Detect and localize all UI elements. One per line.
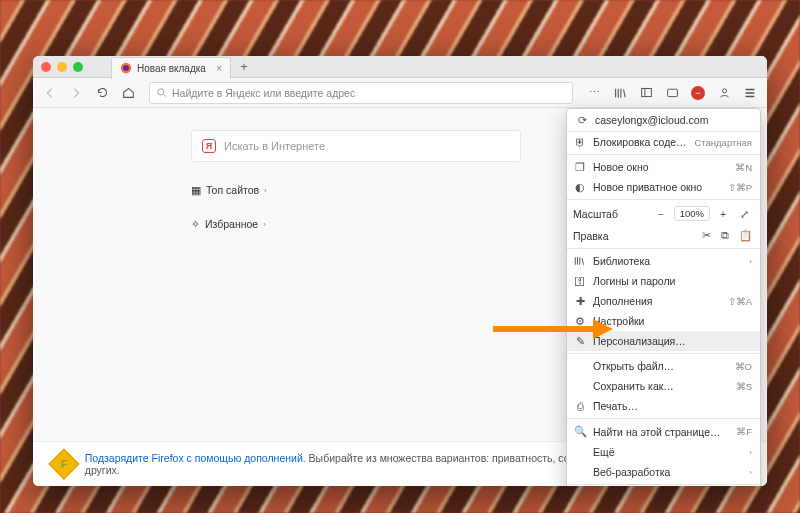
star-icon: ✧	[191, 218, 200, 230]
tab-title: Новая вкладка	[137, 63, 206, 74]
hamburger-menu-button[interactable]	[739, 82, 761, 104]
shield-icon: ⛨	[573, 136, 587, 148]
zoom-value[interactable]: 100%	[674, 206, 710, 221]
new-tab-button[interactable]: +	[234, 59, 254, 74]
menu-content-blocking-label: Блокировка содержимого	[593, 136, 688, 148]
sidebar-toolbar-icon[interactable]	[635, 82, 657, 104]
tab-close-icon[interactable]: ×	[216, 63, 222, 74]
menu-shortcut: ⇧⌘A	[728, 296, 752, 307]
paste-icon[interactable]: 📋	[739, 229, 752, 242]
menu-separator	[567, 353, 760, 354]
back-button[interactable]	[39, 82, 61, 104]
menu-new-private-window[interactable]: ◐ Новое приватное окно ⇧⌘P	[567, 177, 760, 197]
key-icon: ⚿	[573, 275, 587, 287]
menu-content-blocking-level: Стандартная	[694, 137, 752, 148]
newtab-search-box[interactable]: Я Искать в Интернете	[191, 130, 521, 162]
menu-shortcut: ⌘F	[736, 426, 752, 437]
chevron-right-icon: ›	[749, 468, 752, 477]
addons-promo-link[interactable]: Подзарядите Firefox с помощью дополнений…	[85, 452, 306, 464]
menu-webdev-label: Веб-разработка	[593, 466, 741, 478]
zoom-out-button[interactable]: −	[653, 208, 669, 220]
library-icon	[573, 255, 587, 267]
menu-separator	[567, 418, 760, 419]
menu-edit-row: Правка ✂ ⧉ 📋	[567, 225, 760, 246]
menu-more[interactable]: Ещё ›	[567, 442, 760, 462]
menu-prefs-label: Настройки	[593, 315, 752, 327]
window-maximize-button[interactable]	[73, 62, 83, 72]
menu-library-label: Библиотека	[593, 255, 741, 267]
app-menu-panel: ⟳ caseylongx@icloud.com ⛨ Блокировка сод…	[566, 108, 761, 486]
search-icon	[156, 87, 167, 98]
svg-point-5	[722, 89, 726, 93]
svg-rect-3	[641, 88, 651, 96]
zoom-in-button[interactable]: +	[715, 208, 731, 220]
menu-webdev[interactable]: Веб-разработка ›	[567, 462, 760, 482]
home-button[interactable]	[117, 82, 139, 104]
menu-save-as-label: Сохранить как…	[593, 380, 730, 392]
toolbar-actions: ⋯ −	[583, 82, 761, 104]
menu-find[interactable]: 🔍 Найти на этой странице… ⌘F	[567, 421, 760, 442]
topsites-label: Топ сайтов	[206, 184, 259, 196]
window-close-button[interactable]	[41, 62, 51, 72]
chevron-right-icon: ›	[749, 257, 752, 266]
menu-shortcut: ⌘O	[735, 361, 752, 372]
browser-window: Новая вкладка × + Найдите в Яндекс или в…	[33, 56, 767, 486]
yandex-icon: Я	[202, 139, 216, 153]
menu-new-window[interactable]: ❐ Новое окно ⌘N	[567, 157, 760, 177]
menu-addons-label: Дополнения	[593, 295, 722, 307]
titlebar: Новая вкладка × +	[33, 56, 767, 78]
forward-button[interactable]	[65, 82, 87, 104]
window-minimize-button[interactable]	[57, 62, 67, 72]
menu-account-email: caseylongx@icloud.com	[595, 114, 752, 126]
favorites-section-header[interactable]: ✧ Избранное ›	[191, 218, 266, 230]
menu-customize-label: Персонализация…	[593, 335, 752, 347]
menu-separator	[567, 199, 760, 200]
menu-account-row[interactable]: ⟳ caseylongx@icloud.com	[567, 109, 760, 132]
menu-content-blocking[interactable]: ⛨ Блокировка содержимого Стандартная	[567, 132, 760, 152]
addons-badge-icon: F	[48, 449, 79, 480]
menu-open-file-label: Открыть файл…	[593, 360, 729, 372]
menu-new-private-label: Новое приватное окно	[593, 181, 722, 193]
chevron-right-icon: ›	[749, 448, 752, 457]
mask-icon: ◐	[573, 181, 587, 193]
adblock-toolbar-icon[interactable]: −	[687, 82, 709, 104]
menu-zoom-label: Масштаб	[573, 208, 618, 220]
search-icon: 🔍	[573, 425, 587, 438]
account-toolbar-icon[interactable]	[713, 82, 735, 104]
chevron-right-icon: ›	[264, 186, 267, 195]
menu-logins[interactable]: ⚿ Логины и пароли	[567, 271, 760, 291]
newtab-search-placeholder: Искать в Интернете	[224, 140, 325, 152]
menu-zoom-row: Масштаб − 100% + ⤢	[567, 202, 760, 225]
reader-view-icon[interactable]: ⋯	[583, 82, 605, 104]
annotation-arrow	[493, 319, 613, 339]
menu-shortcut: ⌘N	[735, 162, 752, 173]
menu-library[interactable]: Библиотека ›	[567, 251, 760, 271]
copy-icon[interactable]: ⧉	[721, 229, 729, 242]
menu-shortcut: ⇧⌘P	[728, 182, 752, 193]
window-icon: ❐	[573, 161, 587, 173]
topsites-section-header[interactable]: ▦ Топ сайтов ›	[191, 184, 267, 196]
printer-icon: ⎙	[573, 400, 587, 412]
svg-rect-4	[667, 89, 677, 96]
grid-icon: ▦	[191, 184, 201, 196]
menu-more-label: Ещё	[593, 446, 741, 458]
menu-addons[interactable]: ✚ Дополнения ⇧⌘A	[567, 291, 760, 311]
nav-toolbar: Найдите в Яндекс или введите адрес ⋯ −	[33, 78, 767, 108]
reload-button[interactable]	[91, 82, 113, 104]
screenshot-toolbar-icon[interactable]	[661, 82, 683, 104]
svg-point-2	[158, 89, 164, 95]
menu-shortcut: ⌘S	[736, 381, 752, 392]
menu-separator	[567, 154, 760, 155]
browser-tab[interactable]: Новая вкладка ×	[111, 57, 231, 79]
cut-icon[interactable]: ✂	[702, 229, 711, 242]
menu-new-window-label: Новое окно	[593, 161, 729, 173]
fullscreen-icon[interactable]: ⤢	[736, 208, 752, 220]
svg-point-1	[123, 65, 129, 71]
chevron-right-icon: ›	[263, 220, 266, 229]
url-bar[interactable]: Найдите в Яндекс или введите адрес	[149, 82, 573, 104]
menu-print[interactable]: ⎙ Печать…	[567, 396, 760, 416]
menu-save-as[interactable]: Сохранить как… ⌘S	[567, 376, 760, 396]
library-toolbar-icon[interactable]	[609, 82, 631, 104]
menu-logins-label: Логины и пароли	[593, 275, 752, 287]
menu-open-file[interactable]: Открыть файл… ⌘O	[567, 356, 760, 376]
